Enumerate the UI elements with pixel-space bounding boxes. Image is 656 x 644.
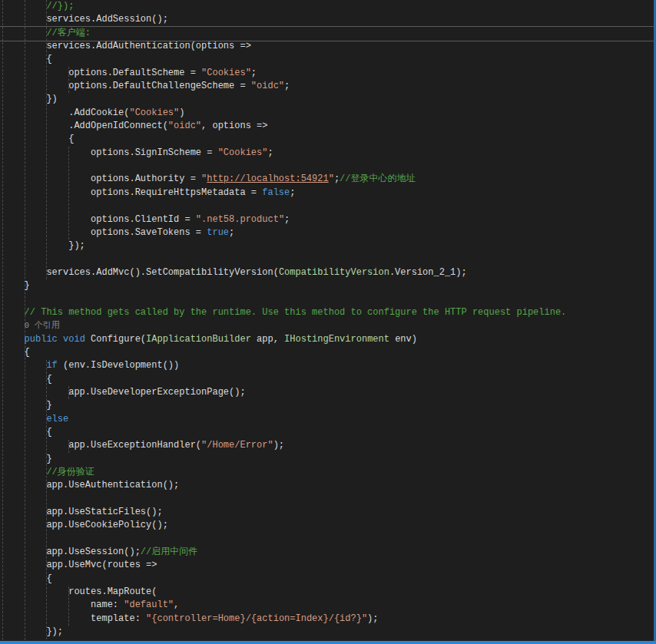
code-token — [58, 334, 63, 345]
code-token: options.RequireHttpsMetadata = — [0, 187, 262, 198]
code-token: options.DefaultChallengeScheme = — [0, 81, 251, 91]
code-token: name: — [0, 599, 124, 610]
code-line[interactable]: routes.MapRoute( — [0, 586, 566, 599]
code-token: template: — [0, 613, 146, 624]
code-line[interactable]: options.DefaultChallengeScheme = "oidc"; — [0, 80, 566, 93]
code-token: //启用中间件 — [141, 547, 197, 557]
code-line[interactable]: template: "{controller=Home}/{action=Ind… — [0, 613, 566, 626]
code-line[interactable]: } — [0, 453, 566, 466]
code-token: services.AddSession(); — [0, 14, 168, 25]
code-line[interactable]: { — [0, 53, 566, 66]
code-line[interactable]: { — [0, 346, 566, 359]
code-token: ; — [229, 227, 234, 238]
code-token: app.UseMvc(routes => — [0, 560, 157, 570]
code-token: }) — [0, 94, 58, 104]
code-line[interactable] — [0, 293, 566, 306]
code-token: ) — [179, 107, 184, 118]
codelens-references-link[interactable]: 0 个引用 — [25, 321, 60, 330]
code-line[interactable]: services.AddAuthentication(options => — [0, 40, 566, 53]
code-token: app.UseStaticFiles(); — [0, 507, 163, 517]
code-line[interactable]: app.UseDeveloperExceptionPage(); — [0, 386, 566, 399]
code-token: ; — [284, 214, 290, 225]
code-token: ; — [251, 68, 257, 78]
code-token: } — [0, 400, 52, 411]
code-line[interactable]: if (env.IsDevelopment()) — [0, 359, 566, 372]
code-line[interactable]: { — [0, 133, 566, 146]
code-token: CompatibilityVersion — [279, 267, 389, 278]
code-token: .AddCookie( — [0, 107, 129, 118]
code-line[interactable]: app.UseStaticFiles(); — [0, 506, 566, 519]
code-line[interactable]: options.RequireHttpsMetadata = false; — [0, 187, 566, 200]
code-line[interactable]: public void Configure(IApplicationBuilde… — [0, 333, 566, 346]
code-line[interactable]: //身份验证 — [0, 466, 566, 479]
code-token: options.DefaultScheme = — [0, 68, 201, 78]
code-line[interactable] — [0, 200, 566, 213]
code-token: //身份验证 — [0, 467, 94, 477]
code-line[interactable]: else — [0, 413, 566, 426]
code-line[interactable]: 0 个引用 — [0, 319, 566, 332]
code-line[interactable]: } — [0, 279, 566, 292]
code-token: { — [0, 374, 52, 385]
code-line[interactable] — [0, 493, 566, 506]
code-line[interactable]: options.DefaultScheme = "Cookies"; — [0, 67, 566, 80]
code-token: "oidc" — [251, 81, 284, 91]
code-token: // This method gets called by the runtim… — [0, 307, 566, 318]
code-line[interactable]: { — [0, 373, 566, 386]
code-token: routes.MapRoute( — [0, 586, 157, 597]
code-line[interactable]: .AddCookie("Cookies") — [0, 107, 566, 120]
code-token: ); — [273, 440, 284, 451]
code-token: services.AddMvc().SetCompatibilityVersio… — [0, 267, 279, 278]
code-token: options.Authority = — [0, 173, 201, 184]
code-token: ; — [284, 81, 290, 91]
code-token: public — [25, 334, 58, 345]
code-line[interactable]: services.AddSession(); — [0, 13, 566, 26]
code-line[interactable]: } — [0, 399, 566, 412]
code-line[interactable]: app.UseMvc(routes => — [0, 559, 566, 572]
code-line[interactable]: options.ClientId = ".net58.product"; — [0, 213, 566, 226]
code-line[interactable]: options.SaveTokens = true; — [0, 226, 566, 239]
code-token: //客户端: — [0, 28, 91, 38]
code-line[interactable]: //客户端: — [0, 27, 566, 40]
code-line[interactable]: options.SignInScheme = "Cookies"; — [0, 147, 566, 160]
code-line[interactable]: { — [0, 573, 566, 586]
url-link[interactable]: http://localhost:54921 — [207, 173, 328, 184]
code-line[interactable]: .AddOpenIdConnect("oidc", options => — [0, 120, 566, 133]
code-token: (env.IsDevelopment()) — [58, 360, 179, 371]
code-token: void — [63, 334, 85, 345]
code-line[interactable]: }) — [0, 93, 566, 106]
code-token: } — [0, 454, 52, 464]
code-token: ; — [267, 147, 273, 158]
code-line[interactable] — [0, 253, 566, 266]
code-token: //登录中心的地址 — [340, 173, 415, 184]
code-line[interactable]: app.UseAuthentication(); — [0, 479, 566, 492]
code-token: false — [262, 187, 290, 198]
code-line[interactable]: { — [0, 426, 566, 439]
code-token: app.UseSession(); — [0, 547, 141, 557]
code-line[interactable]: name: "default", — [0, 599, 566, 612]
code-token: app.UseExceptionHandler( — [0, 440, 201, 451]
code-line[interactable]: }); — [0, 239, 566, 253]
code-line[interactable]: services.AddMvc().SetCompatibilityVersio… — [0, 266, 566, 279]
code-line[interactable]: app.UseCookiePolicy(); — [0, 519, 566, 532]
code-token: env) — [389, 334, 417, 345]
code-line[interactable]: }); — [0, 626, 566, 639]
code-line[interactable]: // This method gets called by the runtim… — [0, 306, 566, 319]
code-token: { — [0, 573, 52, 584]
code-token: options.SignInScheme = — [0, 147, 218, 158]
code-line[interactable] — [0, 533, 566, 546]
code-token — [0, 414, 46, 424]
code-token: app.UseDeveloperExceptionPage(); — [0, 387, 246, 398]
code-token: { — [0, 347, 30, 358]
code-line[interactable]: //}); — [0, 0, 566, 13]
code-line[interactable]: options.Authority = "http://localhost:54… — [0, 173, 566, 186]
code-line[interactable] — [0, 160, 566, 173]
code-line[interactable]: app.UseExceptionHandler("/Home/Error"); — [0, 439, 566, 452]
code-editor[interactable]: //}); services.AddSession(); //客户端: serv… — [0, 0, 656, 644]
code-token: "oidc" — [168, 121, 201, 131]
code-token: app, — [251, 334, 284, 345]
code-line[interactable]: app.UseSession();//启用中间件 — [0, 546, 566, 559]
code-token: " — [329, 173, 334, 184]
code-token: options.SaveTokens = — [0, 227, 207, 238]
code-token: services.AddAuthentication(options => — [0, 41, 251, 51]
code-token: "/Home/Error" — [201, 440, 273, 451]
